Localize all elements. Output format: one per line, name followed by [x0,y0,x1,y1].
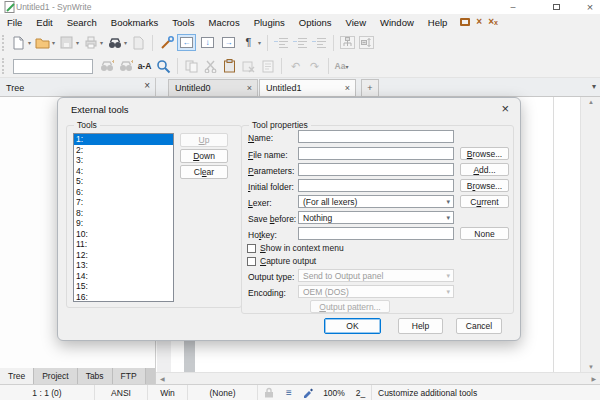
find-button[interactable] [105,33,124,52]
wrap-cell[interactable]: ≡ [280,385,298,400]
toolbar-grip[interactable] [2,35,7,51]
down-button[interactable]: Down [180,149,228,163]
tree-panel-close-icon[interactable]: × [144,80,150,91]
delete-button[interactable] [239,57,258,76]
menu-item[interactable]: Macros [202,15,247,30]
tools-list-item[interactable]: 13: [74,260,173,271]
cut-button[interactable] [201,57,220,76]
dialog-close-icon[interactable]: × [501,101,509,116]
find-dropdown-icon[interactable]: ▾ [124,39,127,46]
menu-item[interactable]: Edit [29,15,59,30]
name-input[interactable] [298,130,454,143]
show-in-context-menu-row[interactable]: Show in context menu [247,243,344,253]
add-parameter-button[interactable]: Add... [460,163,509,176]
help-button[interactable]: Help [398,318,443,334]
menu-item[interactable]: Plugins [247,15,292,30]
current-lexer-button[interactable]: Current [460,195,509,208]
scroll-down-icon[interactable]: ▼ [581,364,600,370]
tools-list-item[interactable]: 9: [74,218,173,229]
menu-item[interactable]: Window [373,15,421,30]
scroll-right-icon[interactable]: ▶ [591,375,596,382]
readonly-lock-cell[interactable] [258,385,280,400]
initial-folder-input[interactable] [298,179,454,192]
maximize-button[interactable] [543,0,569,13]
cancel-button[interactable]: Cancel [456,318,502,334]
tools-list-item[interactable]: 3: [74,155,173,166]
tools-list-item[interactable]: 16: [74,292,173,303]
horizontal-scrollbar[interactable]: ◀ ▶ [156,372,600,384]
open-file-button[interactable] [33,33,52,52]
scroll-left-icon[interactable]: ◀ [160,375,165,382]
new-file-button[interactable] [9,33,28,52]
print-preview-button[interactable] [129,33,148,52]
vertical-scrollbar[interactable]: ▲ ▼ [580,97,600,372]
nonprinted-dropdown-icon[interactable]: ▾ [258,39,261,46]
tools-list-item[interactable]: 1: [74,134,173,145]
show-in-context-menu-checkbox[interactable] [247,244,256,253]
show-nonprinted-button[interactable]: ¶ [239,33,258,52]
capture-output-row[interactable]: Capture output [247,256,316,266]
tools-list-item[interactable]: 7: [74,197,173,208]
clear-button[interactable]: Clear [180,165,228,179]
copy-button[interactable] [182,57,201,76]
bottom-panel-tab[interactable]: Tabs [78,368,113,384]
undo-button[interactable]: ↶ [286,57,305,76]
bottom-panel-tab[interactable]: FTP [113,368,146,384]
tab-close-icon[interactable]: × [345,83,350,93]
close-tab-icon[interactable]: × [476,18,482,26]
find-next-button[interactable] [97,57,116,76]
change-case-button[interactable]: a-A [135,57,154,76]
zoom-indicator[interactable]: 100% [318,385,350,400]
external-tools-button[interactable] [157,33,176,52]
minimize-button[interactable]: – [500,0,526,13]
menu-item[interactable]: Help [421,15,455,30]
indent-block-button[interactable] [272,33,291,52]
unindent-block-button[interactable] [291,33,310,52]
tools-list-item[interactable]: 10: [74,229,173,240]
tools-list-item[interactable]: 5: [74,176,173,187]
toggle-left-panel-button[interactable]: ← [177,34,196,51]
parameters-input[interactable] [298,163,454,176]
save-dropdown-icon[interactable]: ▾ [76,39,79,46]
paste-button[interactable] [220,57,239,76]
tab-close-icon[interactable]: × [247,83,252,93]
close-all-tabs-icon[interactable]: ×x [488,18,498,27]
indent-options-button[interactable] [310,33,329,52]
tools-listbox[interactable]: 1:2:3:4:5:6:7:8:9:10:11:12:13:14:15:16: [73,133,174,302]
none-hotkey-button[interactable]: None [460,227,509,240]
toggle-right-panel-button[interactable]: → [219,34,238,51]
tools-list-item[interactable]: 14: [74,271,173,282]
redo-button[interactable]: ↷ [305,57,324,76]
open-file-dropdown-icon[interactable]: ▾ [52,39,55,46]
zoom-button[interactable] [154,57,173,76]
file-name-input[interactable] [298,147,454,160]
menu-item[interactable]: View [339,15,373,30]
tools-list-item[interactable]: 2: [74,145,173,156]
tools-list-item[interactable]: 15: [74,281,173,292]
lexer-indicator[interactable]: (None) [188,385,258,400]
close-button[interactable]: × [577,0,600,13]
highlight-cell[interactable] [298,385,318,400]
bottom-panel-tab[interactable]: Tree [0,368,34,384]
tools-list-item[interactable]: 4: [74,166,173,177]
tree-collapse-button[interactable] [357,33,376,52]
browse-folder-button[interactable]: Browse... [460,179,509,192]
tools-list-item[interactable]: 8: [74,208,173,219]
scroll-up-icon[interactable]: ▲ [581,99,600,105]
ok-button[interactable]: OK [324,318,381,334]
tab-list-dropdown-icon[interactable]: ▾ [592,82,596,91]
menu-item[interactable]: Options [292,15,339,30]
lexer-dropdown[interactable]: (For all lexers) ▾ [298,195,454,208]
browse-file-button[interactable]: Browse... [460,147,509,160]
new-file-dropdown-icon[interactable]: ▾ [28,39,31,46]
maximize-editor-icon[interactable] [460,18,470,26]
toolbar-grip[interactable] [2,58,7,74]
up-button[interactable]: Up [180,133,228,147]
save-button[interactable] [57,33,76,52]
toggle-bottom-panel-button[interactable]: ↓ [198,34,217,51]
menu-item[interactable]: Bookmarks [104,15,166,30]
print-dropdown-icon[interactable]: ▾ [100,39,103,46]
tab-untitled0[interactable]: Untitled0 × [168,79,258,97]
select-all-button[interactable] [258,57,277,76]
print-button[interactable] [81,33,100,52]
